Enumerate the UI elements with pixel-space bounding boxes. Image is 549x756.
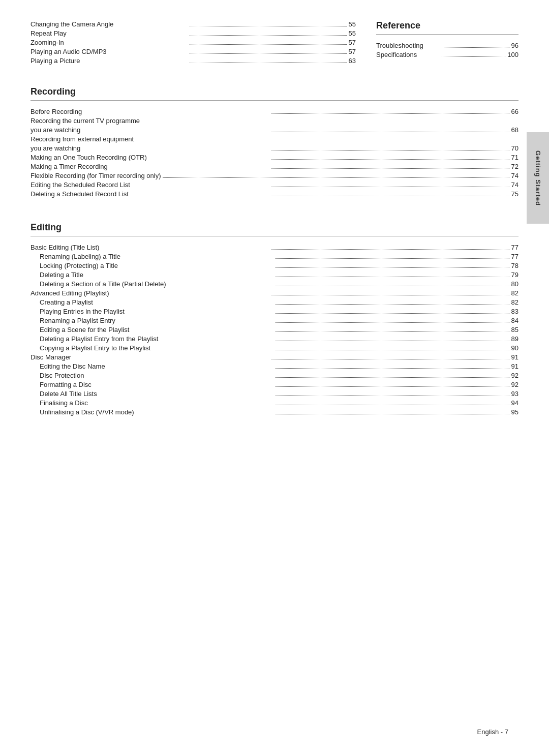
toc-label: Locking (Protecting) a Title [40, 262, 273, 269]
toc-dots [444, 47, 509, 48]
toc-page: 55 [349, 20, 356, 28]
toc-label: Making an One Touch Recording (OTR) [30, 154, 269, 161]
toc-entry: Playing a Picture 63 [30, 57, 356, 65]
toc-dots [271, 159, 509, 160]
toc-label: Deleting a Title [40, 271, 273, 279]
toc-label: Deleting a Section of a Title (Partial D… [40, 280, 273, 288]
toc-entry: Editing the Scheduled Record List 74 [30, 181, 518, 189]
toc-entry: Deleting a Title 79 [30, 271, 518, 279]
toc-label: Renaming (Labeling) a Title [40, 253, 273, 260]
toc-entry: Editing a Scene for the Playlist 85 [30, 326, 518, 334]
toc-page: 63 [349, 57, 356, 65]
toc-dots [276, 277, 509, 277]
recording-rule [30, 100, 518, 101]
toc-entry: Creating a Playlist 82 [30, 298, 518, 306]
toc-dots [276, 313, 509, 314]
toc-entry: Renaming (Labeling) a Title 77 [30, 253, 518, 260]
toc-label: Making a Timer Recording [30, 163, 269, 170]
toc-entry: you are watching 70 [30, 144, 518, 152]
toc-label: Playing an Audio CD/MP3 [30, 48, 188, 55]
toc-label: Before Recording [30, 108, 269, 115]
toc-entry: you are watching 68 [30, 126, 518, 134]
toc-entry: Making an One Touch Recording (OTR) 71 [30, 154, 518, 161]
toc-dots [271, 295, 509, 295]
toc-page: 82 [511, 289, 518, 297]
toc-dots [271, 359, 509, 359]
toc-page: 92 [511, 372, 518, 379]
toc-page: 83 [511, 308, 518, 315]
toc-dots [276, 258, 509, 259]
toc-label: Unfinalising a Disc (V/VR mode) [40, 408, 273, 416]
toc-entry: Playing Entries in the Playlist 83 [30, 308, 518, 315]
toc-page: 77 [511, 253, 518, 260]
toc-page: 92 [511, 381, 518, 388]
toc-page: 68 [511, 126, 518, 134]
toc-label: Deleting a Playlist Entry from the Playl… [40, 335, 273, 343]
toc-entry: Making a Timer Recording 72 [30, 163, 518, 170]
toc-dots [276, 304, 509, 305]
toc-dots [442, 56, 505, 57]
editing-rule [30, 236, 518, 236]
toc-label: Editing a Scene for the Playlist [40, 326, 273, 334]
toc-entry: Specifications 100 [376, 51, 518, 58]
toc-label: Specifications [376, 51, 440, 58]
toc-label: Disc Manager [30, 353, 269, 361]
toc-page: 78 [511, 262, 518, 269]
top-section: Changing the Camera Angle 55 Repeat Play… [30, 20, 518, 66]
toc-page: 91 [511, 353, 518, 361]
toc-entry: Editing the Disc Name 91 [30, 362, 518, 370]
toc-dots [276, 322, 509, 323]
recording-section: Recording Before Recording 66 Recording … [30, 86, 518, 198]
reference-rule [376, 34, 518, 35]
toc-page: 95 [511, 408, 518, 416]
toc-entry: Advanced Editing (Playlist) 82 [30, 289, 518, 297]
toc-entry: Locking (Protecting) a Title 78 [30, 262, 518, 269]
toc-entry: Unfinalising a Disc (V/VR mode) 95 [30, 408, 518, 416]
toc-label: Troubleshooting [376, 42, 442, 49]
toc-page: 55 [349, 29, 356, 37]
toc-page: 75 [511, 190, 518, 198]
toc-entry: Copying a Playlist Entry to the Playlist… [30, 344, 518, 352]
toc-page: 74 [511, 172, 518, 179]
reference-heading: Reference [376, 20, 518, 31]
toc-dots [276, 341, 509, 341]
toc-page: 57 [349, 39, 356, 46]
toc-entry: Before Recording 66 [30, 108, 518, 115]
toc-label: Delete All Title Lists [40, 390, 273, 398]
recording-heading: Recording [30, 86, 518, 97]
toc-label: Finalising a Disc [40, 399, 273, 407]
side-tab-text: Getting Started [534, 150, 542, 206]
toc-label: Disc Protection [40, 372, 273, 379]
toc-page: 72 [511, 163, 518, 170]
toc-dots [271, 113, 509, 114]
toc-entry: Recording the current TV programme [30, 117, 518, 125]
side-tab: Getting Started [527, 132, 549, 224]
toc-dots [190, 44, 347, 45]
toc-page: 84 [511, 317, 518, 324]
toc-label: Playing Entries in the Playlist [40, 308, 273, 315]
toc-page: 77 [511, 244, 518, 251]
toc-dots [190, 53, 347, 54]
toc-dots [271, 196, 509, 196]
toc-entry: Changing the Camera Angle 55 [30, 20, 356, 28]
editing-heading: Editing [30, 222, 518, 233]
toc-page: 80 [511, 280, 518, 288]
toc-page: 90 [511, 344, 518, 352]
toc-dots [276, 350, 509, 350]
toc-entry: Recording from external equipment [30, 135, 518, 143]
toc-entry: Disc Protection 92 [30, 372, 518, 379]
toc-label: Creating a Playlist [40, 298, 273, 306]
toc-label: Recording the current TV programme [30, 117, 140, 125]
toc-dots [271, 168, 509, 169]
toc-dots [276, 368, 509, 369]
toc-label: you are watching [30, 126, 269, 134]
toc-entry: Flexible Recording (for Timer recording … [30, 172, 518, 179]
toc-page: 100 [507, 51, 518, 58]
toc-label: Formatting a Disc [40, 381, 273, 388]
toc-label: Playing a Picture [30, 57, 188, 65]
toc-label: Zooming-In [30, 39, 188, 46]
toc-label: Copying a Playlist Entry to the Playlist [40, 344, 273, 352]
toc-label: Flexible Recording (for Timer recording … [30, 172, 161, 179]
toc-dots [276, 377, 509, 378]
toc-dots [271, 187, 509, 187]
